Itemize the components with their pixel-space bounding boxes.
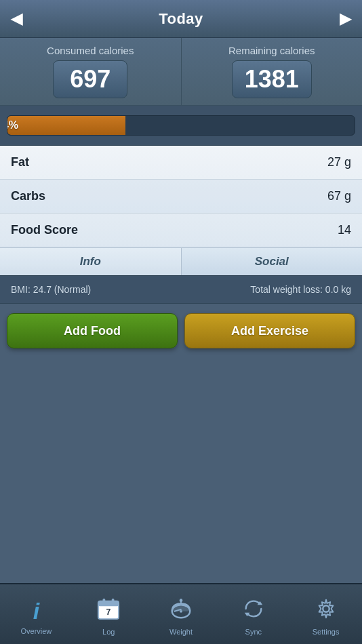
nav-item-log[interactable]: 7 Log: [73, 584, 145, 644]
calendar-svg: 7: [97, 597, 120, 620]
nutrition-table: Fat 27 g Carbs 67 g Food Score 14 Info S…: [0, 146, 362, 275]
info-icon: i: [33, 598, 39, 624]
consumed-calories-label: Consumed calories: [47, 45, 134, 56]
svg-point-9: [180, 609, 182, 612]
weight-svg: [169, 597, 193, 620]
add-exercise-button[interactable]: Add Exercise: [184, 313, 355, 348]
sync-svg: [242, 597, 265, 620]
tab-info[interactable]: Info: [0, 248, 182, 275]
add-food-button[interactable]: Add Food: [7, 313, 178, 348]
carbs-value: 67 g: [327, 189, 351, 203]
fat-row: Fat 27 g: [0, 146, 362, 180]
nav-label-sync: Sync: [245, 628, 262, 636]
sync-icon: [242, 597, 265, 625]
bmi-row: BMI: 24.7 (Normal) Total weight loss: 0.…: [0, 275, 362, 304]
header: ◀ Today ▶: [0, 0, 362, 38]
progress-track: 34%: [7, 115, 355, 136]
weight-icon: [169, 597, 193, 625]
settings-svg: [315, 597, 338, 620]
page-title: Today: [159, 10, 203, 28]
tab-social[interactable]: Social: [182, 248, 363, 275]
nav-label-log: Log: [102, 628, 115, 636]
nav-label-overview: Overview: [20, 627, 52, 635]
bottom-nav: i Overview 7 Log: [0, 583, 362, 644]
svg-text:7: 7: [106, 607, 111, 617]
svg-rect-3: [112, 598, 115, 603]
remaining-calories-cell: Remaining calories 1381: [182, 38, 363, 105]
progress-area: 34%: [0, 106, 362, 146]
action-row: Add Food Add Exercise: [0, 304, 362, 358]
nav-item-settings[interactable]: Settings: [289, 584, 362, 644]
carbs-label: Carbs: [11, 189, 45, 203]
food-score-row: Food Score 14: [0, 214, 362, 247]
consumed-calories-cell: Consumed calories 697: [0, 38, 182, 105]
nav-item-sync[interactable]: Sync: [217, 584, 289, 644]
food-score-label: Food Score: [11, 223, 78, 237]
consumed-calories-value: 697: [70, 65, 110, 93]
consumed-calories-box: 697: [53, 60, 127, 98]
remaining-calories-label: Remaining calories: [228, 45, 315, 56]
food-score-value: 14: [338, 223, 351, 237]
remaining-calories-box: 1381: [232, 60, 312, 98]
prev-day-button[interactable]: ◀: [0, 3, 33, 35]
svg-rect-1: [98, 601, 119, 606]
progress-label: 34%: [7, 115, 181, 136]
carbs-row: Carbs 67 g: [0, 180, 362, 214]
fat-value: 27 g: [327, 155, 351, 169]
calendar-icon: 7: [97, 597, 120, 625]
nav-label-weight: Weight: [169, 628, 193, 636]
nav-label-settings: Settings: [313, 628, 340, 636]
svg-point-7: [180, 599, 183, 602]
remaining-calories-value: 1381: [245, 65, 299, 93]
fat-label: Fat: [11, 155, 29, 169]
bmi-text: BMI: 24.7 (Normal): [11, 284, 91, 295]
svg-rect-2: [103, 598, 106, 603]
nav-item-overview[interactable]: i Overview: [0, 584, 73, 644]
calories-row: Consumed calories 697 Remaining calories…: [0, 38, 362, 106]
info-social-tabs: Info Social: [0, 247, 362, 275]
nav-item-weight[interactable]: Weight: [145, 584, 218, 644]
weight-loss-text: Total weight loss: 0.0 kg: [250, 284, 351, 295]
svg-point-12: [323, 605, 329, 611]
next-day-button[interactable]: ▶: [329, 3, 362, 35]
settings-icon: [315, 597, 338, 625]
spacer: [0, 358, 362, 514]
